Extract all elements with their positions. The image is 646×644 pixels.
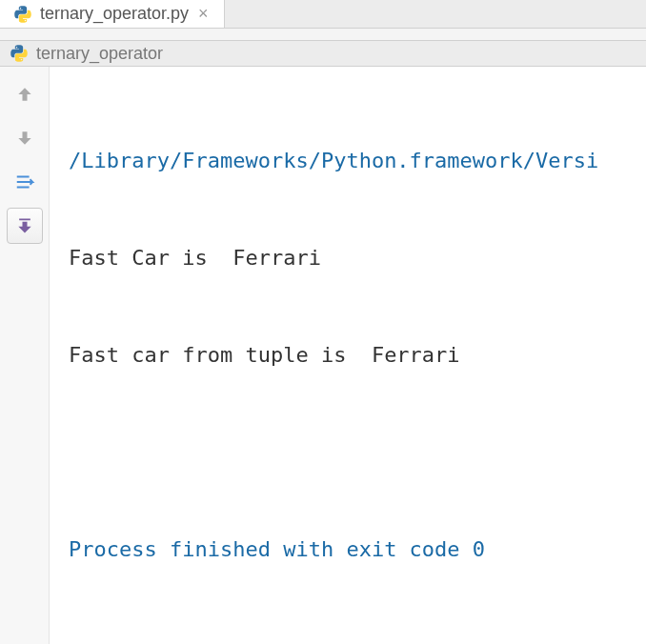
tab-filename: ternary_operator.py: [40, 4, 189, 24]
code-editor[interactable]: 1 2 3 4 5 6 7 8 9 is_fast = True car = "…: [0, 29, 646, 40]
scroll-down-button[interactable]: [7, 120, 43, 156]
python-file-icon: [13, 5, 32, 24]
console-line: Fast Car is Ferrari: [69, 242, 646, 274]
console-output[interactable]: /Library/Frameworks/Python.framework/Ver…: [50, 67, 646, 644]
close-icon[interactable]: ×: [196, 4, 211, 24]
run-config-name: ternary_operator: [36, 44, 163, 64]
run-tool-column: [0, 67, 50, 644]
scroll-up-button[interactable]: [7, 76, 43, 112]
console-line: Fast car from tuple is Ferrari: [69, 339, 646, 372]
scroll-to-end-button[interactable]: [7, 208, 43, 244]
console-blank: [69, 436, 646, 469]
tab-bar: ternary_operator.py ×: [0, 0, 646, 29]
soft-wrap-button[interactable]: [7, 164, 43, 200]
python-icon: [10, 44, 29, 63]
file-tab[interactable]: ternary_operator.py ×: [0, 0, 225, 28]
console-exit: Process finished with exit code 0: [69, 533, 646, 566]
run-config-header: ternary_operator: [0, 40, 646, 67]
console-path: /Library/Frameworks/Python.framework/Ver…: [69, 145, 646, 177]
run-output-panel: /Library/Frameworks/Python.framework/Ver…: [0, 67, 646, 644]
